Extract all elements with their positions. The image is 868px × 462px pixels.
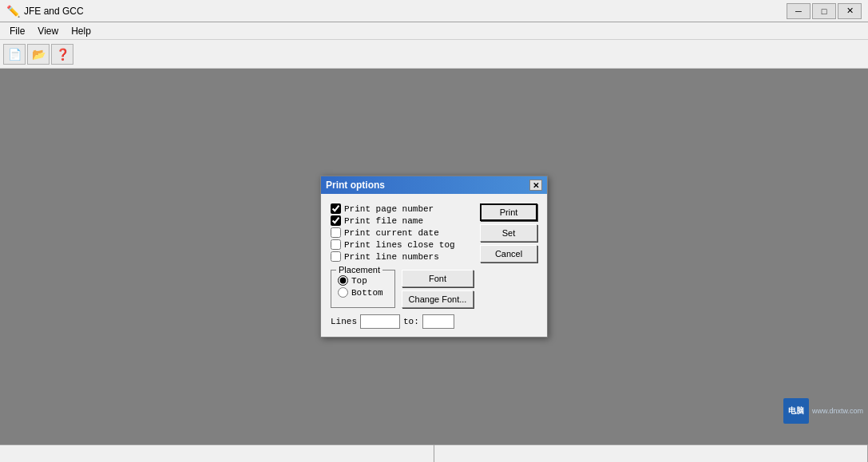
menu-bar: File View Help [0,22,868,40]
middle-section: Placement Top Bottom [331,270,474,308]
set-button[interactable]: Set [480,224,537,242]
radio-top[interactable]: Top [338,275,388,286]
radio-bottom[interactable]: Bottom [338,287,388,298]
close-button[interactable]: ✕ [838,3,862,19]
dialog-content: Print page number Print file name Print … [321,194,547,337]
toolbar: 📄 📂 ❓ [0,40,868,69]
app-title: JFE and GCC [24,6,84,17]
title-bar-controls: ─ □ ✕ [787,3,862,19]
watermark-logo: 电脑 [783,398,809,424]
checkbox-print-line-numbers-label: Print line numbers [344,252,439,262]
status-panel-left [0,445,434,462]
minimize-button[interactable]: ─ [787,3,811,19]
lines-from-input[interactable] [360,314,400,329]
checkbox-print-page-number-input[interactable] [331,203,341,214]
dialog-title: Print options [326,180,385,191]
placement-group: Placement Top Bottom [331,270,395,308]
lines-section: Lines to: [331,314,474,329]
watermark-text: www.dnxtw.com [812,407,863,415]
print-options-dialog: Print options ✕ Print page number [320,176,548,338]
print-button[interactable]: Print [480,203,537,221]
checkbox-print-file-name-label: Print file name [344,216,423,226]
checkbox-print-lines-close-tog-label: Print lines close tog [344,240,455,250]
menu-file[interactable]: File [3,24,31,38]
checkbox-print-file-name[interactable]: Print file name [331,215,474,226]
main-area: Print options ✕ Print page number [0,69,868,444]
font-button[interactable]: Font [402,270,474,287]
lines-label: Lines [331,317,357,326]
checkbox-print-current-date[interactable]: Print current date [331,227,474,238]
radio-top-label: Top [351,276,367,286]
lines-to-input[interactable] [422,314,454,329]
watermark: 电脑 www.dnxtw.com [783,398,863,424]
dialog-left: Print page number Print file name Print … [331,203,474,329]
checkbox-print-page-number-label: Print page number [344,204,434,214]
checkbox-print-line-numbers[interactable]: Print line numbers [331,251,474,262]
menu-help[interactable]: Help [65,24,97,38]
toolbar-new-button[interactable]: 📄 [3,44,26,65]
placement-legend: Placement [336,265,382,274]
change-font-button[interactable]: Change Font... [402,290,474,308]
app-icon: ✏️ [6,5,19,18]
cancel-button[interactable]: Cancel [480,245,537,263]
checkbox-print-page-number[interactable]: Print page number [331,203,474,214]
dialog-close-button[interactable]: ✕ [529,180,542,191]
status-bar [0,444,868,462]
checkbox-print-line-numbers-input[interactable] [331,251,341,262]
radio-top-input[interactable] [338,275,348,286]
checkbox-print-current-date-label: Print current date [344,228,439,238]
checkbox-print-current-date-input[interactable] [331,227,341,238]
font-buttons: Font Change Font... [402,270,474,308]
status-panel-right [434,445,869,462]
toolbar-help-button[interactable]: ❓ [51,44,73,65]
checkbox-print-lines-close-tog[interactable]: Print lines close tog [331,239,474,250]
dialog-title-bar: Print options ✕ [321,176,547,194]
maximize-button[interactable]: □ [812,3,836,19]
checkbox-print-lines-close-tog-input[interactable] [331,239,341,250]
dialog-overlay: Print options ✕ Print page number [0,69,868,444]
radio-bottom-input[interactable] [338,287,348,298]
checkbox-group: Print page number Print file name Print … [331,203,474,262]
lines-to-label: to: [403,317,419,326]
title-bar: ✏️ JFE and GCC ─ □ ✕ [0,0,868,22]
menu-view[interactable]: View [31,24,65,38]
title-bar-left: ✏️ JFE and GCC [6,5,84,18]
dialog-buttons: Print Set Cancel [480,203,537,329]
toolbar-open-button[interactable]: 📂 [27,44,50,65]
radio-bottom-label: Bottom [351,288,383,298]
checkbox-print-file-name-input[interactable] [331,215,341,226]
